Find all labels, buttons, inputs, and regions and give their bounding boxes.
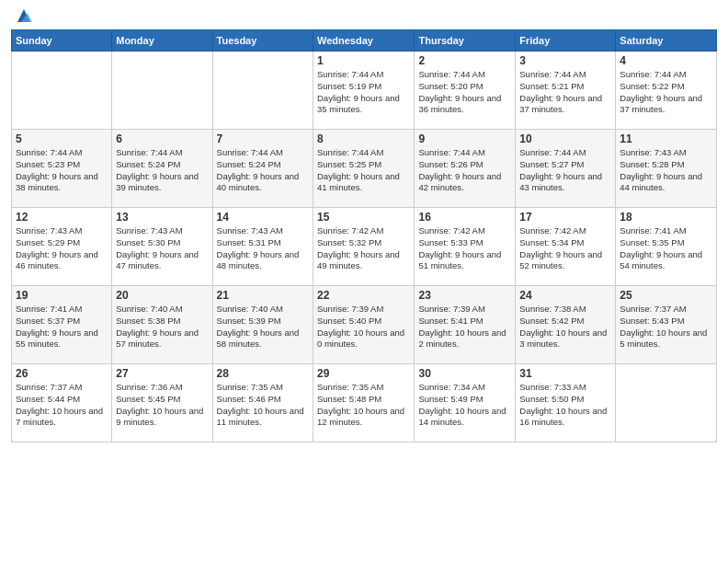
calendar-week-row: 19Sunrise: 7:41 AMSunset: 5:37 PMDayligh…	[12, 286, 717, 364]
day-info: Sunrise: 7:41 AMSunset: 5:37 PMDaylight:…	[16, 304, 108, 350]
calendar-week-row: 26Sunrise: 7:37 AMSunset: 5:44 PMDayligh…	[12, 364, 717, 442]
day-number: 10	[519, 132, 611, 145]
day-number: 7	[217, 132, 309, 145]
calendar-cell: 27Sunrise: 7:36 AMSunset: 5:45 PMDayligh…	[112, 364, 212, 442]
weekday-header: Monday	[112, 30, 212, 52]
logo	[11, 9, 34, 22]
calendar-cell: 14Sunrise: 7:43 AMSunset: 5:31 PMDayligh…	[212, 208, 313, 286]
calendar-cell	[112, 52, 212, 130]
calendar-cell: 13Sunrise: 7:43 AMSunset: 5:30 PMDayligh…	[112, 208, 212, 286]
day-number: 18	[620, 211, 712, 224]
calendar-cell: 12Sunrise: 7:43 AMSunset: 5:29 PMDayligh…	[12, 208, 112, 286]
day-number: 21	[217, 289, 309, 302]
day-number: 24	[519, 289, 611, 302]
calendar-cell: 16Sunrise: 7:42 AMSunset: 5:33 PMDayligh…	[415, 208, 516, 286]
day-info: Sunrise: 7:34 AMSunset: 5:49 PMDaylight:…	[418, 382, 511, 429]
day-info: Sunrise: 7:41 AMSunset: 5:35 PMDaylight:…	[620, 225, 712, 272]
day-info: Sunrise: 7:44 AMSunset: 5:21 PMDaylight:…	[519, 69, 611, 116]
day-number: 6	[116, 132, 208, 145]
day-number: 4	[620, 54, 712, 67]
weekday-header: Wednesday	[313, 30, 415, 52]
day-number: 1	[317, 54, 410, 67]
calendar-cell: 20Sunrise: 7:40 AMSunset: 5:38 PMDayligh…	[112, 286, 212, 364]
day-number: 23	[418, 289, 511, 302]
calendar-week-row: 5Sunrise: 7:44 AMSunset: 5:23 PMDaylight…	[12, 130, 717, 208]
day-number: 26	[16, 367, 108, 380]
calendar-week-row: 12Sunrise: 7:43 AMSunset: 5:29 PMDayligh…	[12, 208, 717, 286]
day-info: Sunrise: 7:37 AMSunset: 5:43 PMDaylight:…	[620, 304, 712, 350]
day-info: Sunrise: 7:35 AMSunset: 5:46 PMDaylight:…	[217, 382, 309, 429]
day-info: Sunrise: 7:44 AMSunset: 5:24 PMDaylight:…	[217, 147, 309, 194]
weekday-header: Tuesday	[212, 30, 313, 52]
day-info: Sunrise: 7:44 AMSunset: 5:26 PMDaylight:…	[418, 147, 511, 194]
calendar-cell: 11Sunrise: 7:43 AMSunset: 5:28 PMDayligh…	[616, 130, 717, 208]
day-number: 11	[620, 132, 712, 145]
day-info: Sunrise: 7:44 AMSunset: 5:22 PMDaylight:…	[620, 69, 712, 116]
day-number: 3	[519, 54, 611, 67]
day-number: 17	[519, 211, 611, 224]
calendar-cell: 6Sunrise: 7:44 AMSunset: 5:24 PMDaylight…	[112, 130, 212, 208]
calendar-cell: 21Sunrise: 7:40 AMSunset: 5:39 PMDayligh…	[212, 286, 313, 364]
day-info: Sunrise: 7:43 AMSunset: 5:31 PMDaylight:…	[217, 225, 309, 272]
calendar-cell	[212, 52, 313, 130]
calendar-cell: 5Sunrise: 7:44 AMSunset: 5:23 PMDaylight…	[12, 130, 112, 208]
calendar-cell	[12, 52, 112, 130]
day-number: 9	[418, 132, 511, 145]
weekday-header: Sunday	[12, 30, 112, 52]
day-number: 30	[418, 367, 511, 380]
day-info: Sunrise: 7:42 AMSunset: 5:32 PMDaylight:…	[317, 225, 410, 272]
day-info: Sunrise: 7:44 AMSunset: 5:27 PMDaylight:…	[519, 147, 611, 194]
calendar-cell: 19Sunrise: 7:41 AMSunset: 5:37 PMDayligh…	[12, 286, 112, 364]
day-info: Sunrise: 7:43 AMSunset: 5:29 PMDaylight:…	[16, 225, 108, 272]
day-number: 2	[418, 54, 511, 67]
calendar-cell: 22Sunrise: 7:39 AMSunset: 5:40 PMDayligh…	[313, 286, 415, 364]
day-info: Sunrise: 7:42 AMSunset: 5:34 PMDaylight:…	[519, 225, 611, 272]
day-info: Sunrise: 7:44 AMSunset: 5:20 PMDaylight:…	[418, 69, 511, 116]
day-number: 14	[217, 211, 309, 224]
calendar-cell: 10Sunrise: 7:44 AMSunset: 5:27 PMDayligh…	[516, 130, 616, 208]
calendar-cell: 4Sunrise: 7:44 AMSunset: 5:22 PMDaylight…	[616, 52, 717, 130]
day-info: Sunrise: 7:36 AMSunset: 5:45 PMDaylight:…	[116, 382, 208, 429]
weekday-header: Saturday	[616, 30, 717, 52]
calendar-table: SundayMondayTuesdayWednesdayThursdayFrid…	[11, 29, 717, 442]
header	[11, 9, 717, 22]
calendar-cell: 29Sunrise: 7:35 AMSunset: 5:48 PMDayligh…	[313, 364, 415, 442]
page-container: SundayMondayTuesdayWednesdayThursdayFrid…	[0, 0, 728, 450]
day-info: Sunrise: 7:40 AMSunset: 5:39 PMDaylight:…	[217, 304, 309, 350]
calendar-cell: 31Sunrise: 7:33 AMSunset: 5:50 PMDayligh…	[516, 364, 616, 442]
day-info: Sunrise: 7:44 AMSunset: 5:24 PMDaylight:…	[116, 147, 208, 194]
day-number: 31	[519, 367, 611, 380]
logo-icon	[14, 6, 34, 26]
calendar-cell: 9Sunrise: 7:44 AMSunset: 5:26 PMDaylight…	[415, 130, 516, 208]
calendar-cell: 23Sunrise: 7:39 AMSunset: 5:41 PMDayligh…	[415, 286, 516, 364]
day-info: Sunrise: 7:44 AMSunset: 5:25 PMDaylight:…	[317, 147, 410, 194]
day-number: 12	[16, 211, 108, 224]
day-number: 25	[620, 289, 712, 302]
calendar-cell: 18Sunrise: 7:41 AMSunset: 5:35 PMDayligh…	[616, 208, 717, 286]
day-number: 28	[217, 367, 309, 380]
weekday-header: Thursday	[415, 30, 516, 52]
calendar-cell: 8Sunrise: 7:44 AMSunset: 5:25 PMDaylight…	[313, 130, 415, 208]
weekday-header: Friday	[516, 30, 616, 52]
day-number: 19	[16, 289, 108, 302]
calendar-cell	[616, 364, 717, 442]
day-info: Sunrise: 7:33 AMSunset: 5:50 PMDaylight:…	[519, 382, 611, 429]
day-info: Sunrise: 7:39 AMSunset: 5:40 PMDaylight:…	[317, 304, 410, 350]
day-info: Sunrise: 7:44 AMSunset: 5:19 PMDaylight:…	[317, 69, 410, 116]
calendar-cell: 7Sunrise: 7:44 AMSunset: 5:24 PMDaylight…	[212, 130, 313, 208]
day-number: 13	[116, 211, 208, 224]
calendar-cell: 28Sunrise: 7:35 AMSunset: 5:46 PMDayligh…	[212, 364, 313, 442]
day-number: 22	[317, 289, 410, 302]
day-number: 5	[16, 132, 108, 145]
calendar-cell: 1Sunrise: 7:44 AMSunset: 5:19 PMDaylight…	[313, 52, 415, 130]
day-info: Sunrise: 7:39 AMSunset: 5:41 PMDaylight:…	[418, 304, 511, 350]
day-info: Sunrise: 7:35 AMSunset: 5:48 PMDaylight:…	[317, 382, 410, 429]
calendar-cell: 2Sunrise: 7:44 AMSunset: 5:20 PMDaylight…	[415, 52, 516, 130]
day-info: Sunrise: 7:37 AMSunset: 5:44 PMDaylight:…	[16, 382, 108, 429]
day-info: Sunrise: 7:42 AMSunset: 5:33 PMDaylight:…	[418, 225, 511, 272]
calendar-cell: 30Sunrise: 7:34 AMSunset: 5:49 PMDayligh…	[415, 364, 516, 442]
calendar-cell: 15Sunrise: 7:42 AMSunset: 5:32 PMDayligh…	[313, 208, 415, 286]
day-info: Sunrise: 7:44 AMSunset: 5:23 PMDaylight:…	[16, 147, 108, 194]
day-info: Sunrise: 7:43 AMSunset: 5:30 PMDaylight:…	[116, 225, 208, 272]
day-number: 29	[317, 367, 410, 380]
